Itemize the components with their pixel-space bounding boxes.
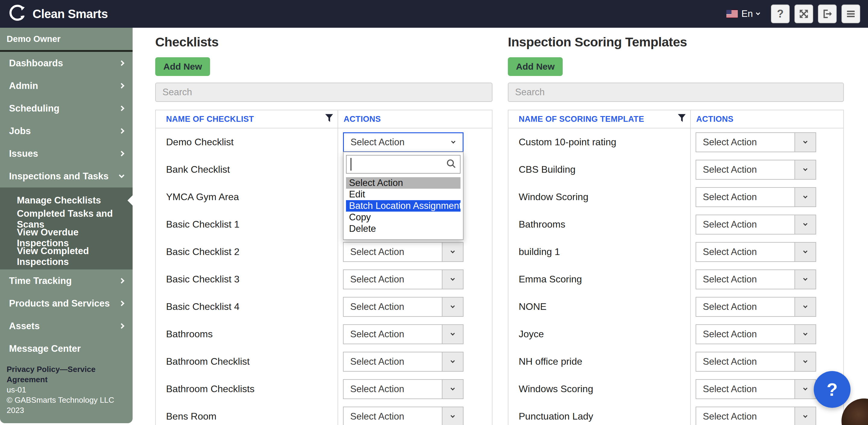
dropdown-search-input[interactable] xyxy=(346,155,461,174)
sidebar-item-products-and-services[interactable]: Products and Services xyxy=(0,292,133,315)
sidebar-item-issues[interactable]: Issues xyxy=(0,142,133,165)
select-action-dropdown[interactable]: Select Action xyxy=(695,352,816,372)
select-value: Select Action xyxy=(696,352,795,371)
select-action-dropdown[interactable]: Select Action xyxy=(343,270,464,290)
filter-icon[interactable] xyxy=(325,114,333,124)
row-actions: Select Action xyxy=(691,215,843,235)
row-name: Basic Checklist 1 xyxy=(156,211,338,238)
sidebar-item-assets[interactable]: Assets xyxy=(0,315,133,337)
row-actions: Select Action xyxy=(691,187,843,207)
sidebar-item-scheduling[interactable]: Scheduling xyxy=(0,97,133,120)
add-new-button[interactable]: Add New xyxy=(155,57,210,76)
dropdown-option-delete[interactable]: Delete xyxy=(346,223,461,235)
sidebar-item-completed-tasks-and-scans[interactable]: Completed Tasks and Scans xyxy=(0,210,133,229)
sidebar-item-time-tracking[interactable]: Time Tracking xyxy=(0,270,133,292)
sidebar-item-label: Scheduling xyxy=(9,103,59,114)
column-header-name[interactable]: NAME OF SCORING TEMPLATE xyxy=(508,110,691,128)
row-name: Bathrooms xyxy=(508,211,691,238)
sign-out-button[interactable] xyxy=(818,4,837,23)
filter-icon[interactable] xyxy=(678,114,686,124)
row-name: Bathrooms xyxy=(156,321,338,348)
select-action-dropdown[interactable]: Select Action xyxy=(695,270,816,290)
select-action-dropdown[interactable]: Select Action xyxy=(343,132,464,152)
chevron-down-icon xyxy=(803,249,807,253)
dropdown-option-batch-location-assignment[interactable]: Batch Location Assignment xyxy=(346,200,461,212)
chevron-down-icon xyxy=(451,331,455,335)
row-name: NONE xyxy=(508,293,691,321)
select-action-dropdown[interactable]: Select Action xyxy=(343,352,464,372)
select-action-dropdown[interactable]: Select Action xyxy=(343,324,464,344)
row-name: Custom 10-point rating xyxy=(508,128,691,156)
select-action-dropdown[interactable]: Select Action xyxy=(343,406,464,425)
sidebar-item-view-overdue-inspections[interactable]: View Overdue Inspections xyxy=(0,229,133,247)
select-chevron-box xyxy=(795,188,815,207)
top-right-controls: En ? xyxy=(726,4,860,23)
select-action-dropdown[interactable]: Select Action xyxy=(695,406,816,425)
search-input[interactable] xyxy=(508,83,844,102)
help-button[interactable]: ? xyxy=(771,4,789,23)
select-value: Select Action xyxy=(344,270,442,289)
sidebar-item-label: Inspections and Tasks xyxy=(9,171,108,182)
sidebar-item-view-completed-inspections[interactable]: View Completed Inspections xyxy=(0,247,133,266)
select-value: Select Action xyxy=(696,215,795,234)
action-dropdown-panel: Select ActionEditBatch Location Assignme… xyxy=(343,152,464,240)
select-action-dropdown[interactable]: Select Action xyxy=(695,160,816,180)
fullscreen-button[interactable] xyxy=(795,4,813,23)
row-name: Basic Checklist 4 xyxy=(156,293,338,321)
select-action-dropdown[interactable]: Select Action xyxy=(695,132,816,152)
copyright-label: © GABSmarts Technology LLC 2023 xyxy=(7,395,126,415)
brand-title: Clean Smarts xyxy=(33,7,108,21)
table-row: Bathroom ChecklistsSelect Action xyxy=(156,375,492,403)
select-action-dropdown[interactable]: Select Action xyxy=(695,379,816,399)
sidebar-item-message-center[interactable]: Message Center xyxy=(0,337,133,360)
row-actions: Select Action xyxy=(691,352,843,372)
row-actions: Select Action xyxy=(338,352,492,372)
select-chevron-box xyxy=(442,380,463,398)
dropdown-option-select-action[interactable]: Select Action xyxy=(346,177,461,189)
select-action-dropdown[interactable]: Select Action xyxy=(695,187,816,207)
hamburger-menu-button[interactable] xyxy=(841,4,860,23)
help-fab[interactable]: ? xyxy=(814,371,850,408)
chevron-down-icon xyxy=(803,359,807,363)
table-body: Custom 10-point ratingSelect ActionCBS B… xyxy=(508,128,843,425)
select-action-dropdown[interactable]: Select Action xyxy=(695,215,816,235)
chevron-down-icon xyxy=(803,386,807,390)
question-icon: ? xyxy=(777,7,784,20)
chevron-down-icon xyxy=(803,414,807,418)
select-action-dropdown[interactable]: Select Action xyxy=(343,242,464,262)
chevron-down-icon xyxy=(451,276,455,281)
page-title: Inspection Scoring Templates xyxy=(508,35,844,50)
add-new-button[interactable]: Add New xyxy=(508,57,563,76)
dropdown-option-edit[interactable]: Edit xyxy=(346,189,461,200)
chevron-right-icon xyxy=(119,128,124,133)
sidebar-item-dashboards[interactable]: Dashboards xyxy=(0,52,133,74)
sidebar-item-admin[interactable]: Admin xyxy=(0,74,133,97)
row-name: Bathroom Checklist xyxy=(156,348,338,375)
select-chevron-box xyxy=(452,133,463,151)
language-selector[interactable]: En xyxy=(726,8,760,19)
sidebar-item-label: Message Center xyxy=(9,343,81,354)
row-name: Bank Checklist xyxy=(156,156,338,183)
sidebar-submenu: Manage ChecklistsCompleted Tasks and Sca… xyxy=(0,187,133,270)
table-row: Bens RoomSelect Action xyxy=(156,403,492,425)
select-action-dropdown[interactable]: Select Action xyxy=(695,297,816,317)
select-action-dropdown[interactable]: Select Action xyxy=(343,297,464,317)
select-action-dropdown[interactable]: Select Action xyxy=(343,379,464,399)
sidebar-item-manage-checklists[interactable]: Manage Checklists xyxy=(0,191,133,210)
select-chevron-box xyxy=(795,407,815,425)
dropdown-option-copy[interactable]: Copy xyxy=(346,212,461,223)
table-header: NAME OF CHECKLIST ACTIONS xyxy=(156,110,492,128)
privacy-policy-link[interactable]: Privacy Policy—Service Agreement xyxy=(7,364,126,385)
select-action-dropdown[interactable]: Select Action xyxy=(695,324,816,344)
select-action-dropdown[interactable]: Select Action xyxy=(695,242,816,262)
sidebar-item-inspections-and-tasks[interactable]: Inspections and Tasks xyxy=(0,165,133,187)
column-header-name[interactable]: NAME OF CHECKLIST xyxy=(156,110,338,128)
row-name: Basic Checklist 2 xyxy=(156,238,338,266)
sidebar-item-jobs[interactable]: Jobs xyxy=(0,120,133,142)
chevron-down-icon xyxy=(803,194,807,198)
chevron-right-icon xyxy=(119,105,124,111)
table-header: NAME OF SCORING TEMPLATE ACTIONS xyxy=(508,110,843,128)
us-flag-icon xyxy=(726,10,738,18)
search-input[interactable] xyxy=(155,83,493,102)
clean-smarts-logo-icon xyxy=(8,4,27,24)
